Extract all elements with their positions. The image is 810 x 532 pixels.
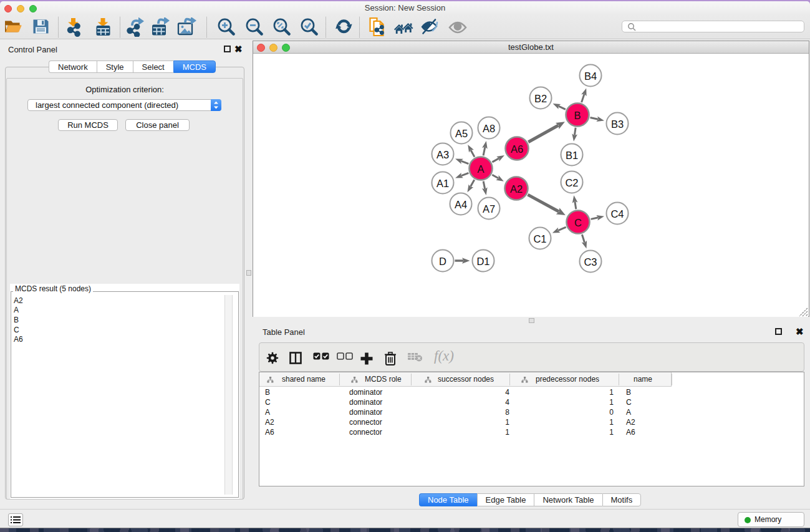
svg-text:D: D (439, 256, 446, 267)
svg-text:C4: C4 (610, 208, 624, 220)
svg-text:A2: A2 (510, 183, 523, 195)
svg-text:B1: B1 (566, 150, 578, 161)
svg-text:B3: B3 (611, 118, 624, 130)
svg-text:A3: A3 (436, 149, 449, 160)
svg-text:A4: A4 (455, 199, 467, 210)
svg-text:C3: C3 (584, 256, 597, 268)
svg-text:A7: A7 (483, 203, 495, 215)
svg-text:A1: A1 (436, 178, 449, 189)
svg-text:A6: A6 (511, 143, 523, 155)
svg-text:C: C (574, 217, 582, 228)
svg-text:A5: A5 (455, 128, 468, 139)
svg-text:B4: B4 (584, 70, 597, 82)
svg-text:A: A (477, 163, 484, 175)
svg-text:D1: D1 (476, 256, 489, 267)
svg-text:B: B (574, 110, 581, 121)
svg-text:B2: B2 (534, 93, 547, 104)
svg-text:C2: C2 (565, 177, 578, 188)
svg-text:C1: C1 (533, 233, 546, 244)
svg-text:A8: A8 (483, 123, 495, 134)
